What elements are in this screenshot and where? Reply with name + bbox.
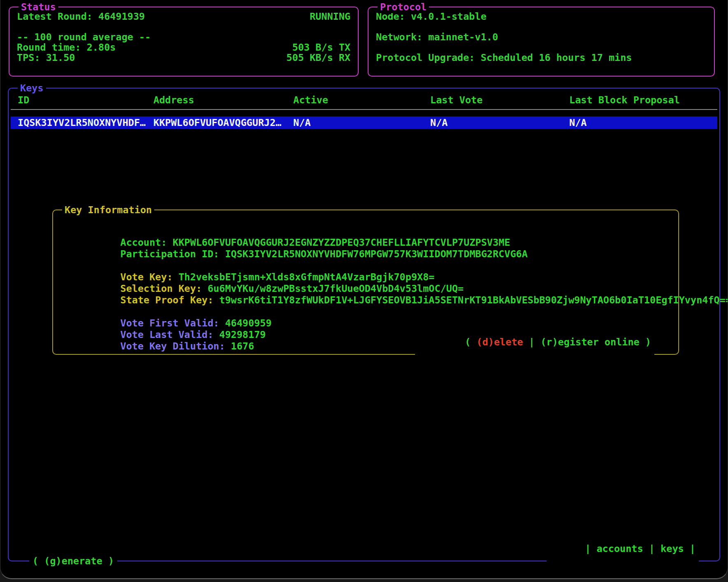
protocol-spacer (376, 22, 707, 32)
column-header-active: Active (293, 95, 430, 105)
status-spacer (17, 22, 350, 32)
vote-key-value: Th2veksbETjsmn+Xlds8xGfmpNtA4VzarBgjk70p… (179, 271, 435, 283)
vote-first-valid-label: Vote First Valid: (120, 317, 225, 329)
vote-key-dilution-label: Vote Key Dilution: (120, 340, 231, 352)
account-label: Account: (120, 237, 172, 248)
protocol-upgrade-text: Protocol Upgrade: Scheduled 16 hours 17 … (376, 53, 632, 63)
actions-separator: | (523, 336, 540, 348)
network-text: Network: mainnet-v1.0 (376, 32, 498, 42)
generate-action[interactable]: ( (g)enerate ) (29, 555, 117, 567)
column-header-last-vote: Last Vote (430, 95, 569, 105)
protocol-panel-title: Protocol (378, 1, 429, 13)
key-information-panel: Key Information Account: KKPWL6OFVUFOAVQ… (52, 210, 679, 355)
key-table-row-selected[interactable]: IQSK3IYV2LR5NOXNYVHDF… KKPWL6OFVUFOAVQGG… (11, 116, 717, 129)
participation-id-label: Participation ID: (120, 248, 225, 260)
keys-panel-title: Keys (18, 82, 46, 94)
round-time-text: Round time: 2.80s (17, 42, 116, 53)
keys-tab[interactable]: keys (661, 543, 684, 554)
terminal-window: Status Latest Round: 46491939 RUNNING --… (0, 0, 728, 579)
tabs-open-pipe: | (585, 543, 596, 554)
vote-first-valid-value: 46490959 (225, 317, 271, 329)
vote-last-valid-label: Vote Last Valid: (120, 329, 219, 340)
tabs-separator-pipe: | (643, 543, 661, 554)
keys-panel: Keys ID Address Active Last Vote Last Bl… (8, 88, 720, 561)
key-information-title: Key Information (62, 204, 154, 216)
column-header-last-block-proposal: Last Block Proposal (569, 95, 718, 105)
accounts-tab[interactable]: accounts (596, 543, 643, 554)
column-header-id: ID (18, 95, 153, 105)
participation-id-value: IQSK3IYV2LR5NOXNYVHDFW76MPGW757K3WIIDOM7… (225, 248, 528, 260)
delete-action[interactable]: (d)elete (477, 336, 523, 348)
vote-last-valid-value: 49298179 (219, 329, 266, 340)
state-proof-key-label: State Proof Key: (120, 294, 219, 306)
round-average-header: -- 100 round average -- (17, 32, 151, 42)
actions-open-paren: ( (465, 336, 476, 348)
tx-rate-text: 503 B/s TX (292, 42, 350, 53)
account-value: KKPWL6OFVUFOAVQGGURJ2EGNZYZZDPEQ37CHEFLL… (173, 237, 510, 248)
status-panel: Status Latest Round: 46491939 RUNNING --… (9, 7, 359, 77)
row-cell-active: N/A (293, 117, 430, 128)
table-separator (11, 109, 717, 110)
protocol-spacer (376, 42, 707, 53)
register-online-action[interactable]: (r)egister online (540, 336, 640, 348)
row-cell-last-block-proposal: N/A (569, 117, 717, 128)
vote-key-dilution-value: 1676 (231, 340, 254, 352)
column-header-address: Address (153, 95, 293, 105)
status-panel-title: Status (19, 1, 58, 13)
node-running-status: RUNNING (310, 12, 350, 22)
keys-table-header: ID Address Active Last Vote Last Block P… (9, 88, 719, 105)
tps-text: TPS: 31.50 (17, 53, 75, 63)
selection-key-label: Selection Key: (120, 283, 207, 294)
row-cell-address: KKPWL6OFVUFOAVQGGURJ2… (153, 117, 293, 128)
state-proof-key-value: t9wsrK6tiT1Y8zfWUkDF1V+LJGFYSEOVB1JiA5SE… (219, 294, 728, 306)
row-cell-id: IQSK3IYV2LR5NOXNYVHDF… (18, 117, 153, 128)
vote-key-label: Vote Key: (120, 271, 178, 283)
tabs-close-pipe: | (684, 543, 696, 554)
selection-key-value: 6u6MvYKu/w8zwPBsstxJ7fkUueOD4VbD4v53lmOC… (208, 283, 464, 294)
row-cell-last-vote: N/A (430, 117, 569, 128)
rx-rate-text: 505 KB/s RX (286, 53, 350, 63)
key-info-actions: ( (d)elete | (r)egister online ) (415, 324, 654, 361)
view-tabs: | accounts | keys | (547, 530, 699, 567)
protocol-panel: Protocol Node: v4.0.1-stable Network: ma… (368, 7, 715, 77)
actions-close-paren: ) (640, 336, 651, 348)
